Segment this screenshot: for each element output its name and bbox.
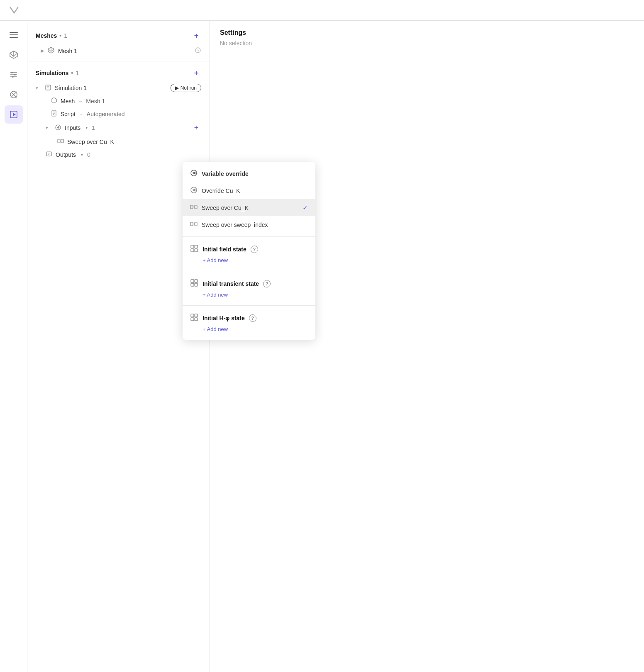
add-mesh-button[interactable]: + — [191, 31, 201, 41]
svg-rect-40 — [195, 249, 198, 252]
add-input-button[interactable]: + — [191, 123, 201, 133]
initial-field-add-new-label: + Add new — [202, 257, 228, 263]
sidebar-item-sliders[interactable] — [5, 66, 23, 84]
variable-override-icon — [190, 169, 198, 178]
simulations-label: Simulations — [36, 70, 68, 76]
dropdown-override-cuk[interactable]: Override Cu_K — [183, 182, 315, 199]
dropdown-sweep-cuk[interactable]: Sweep over Cu_K ✓ — [183, 199, 315, 216]
svg-rect-31 — [190, 205, 193, 209]
variable-override-label: Variable override — [202, 170, 249, 177]
sidebar-item-cube[interactable] — [5, 46, 23, 64]
inputs-label: Inputs — [65, 124, 80, 131]
simulation-status-label: ▶ Not run — [175, 85, 197, 91]
sim-mesh-icon — [51, 97, 57, 105]
dropdown-top-section: Variable override Override Cu_K Sweep ov… — [183, 162, 315, 236]
sim-mesh-arrow: → — [78, 99, 83, 104]
simulation-status-badge[interactable]: ▶ Not run — [171, 84, 201, 92]
dropdown-sweep-index[interactable]: Sweep over sweep_index — [183, 216, 315, 233]
sweep-index-icon — [190, 220, 198, 229]
initial-transient-help-icon[interactable]: ? — [263, 280, 271, 287]
settings-no-selection: No selection — [220, 40, 634, 46]
svg-rect-2 — [10, 37, 18, 38]
svg-rect-48 — [195, 318, 198, 321]
svg-rect-34 — [190, 222, 193, 226]
outputs-icon — [46, 151, 52, 158]
initial-hphi-add-new[interactable]: + Add new — [183, 324, 315, 336]
dropdown-variable-override[interactable]: Variable override — [183, 165, 315, 182]
mesh-icon — [47, 46, 55, 55]
initial-field-add-new[interactable]: + Add new — [183, 256, 315, 268]
top-bar — [0, 0, 644, 21]
sim-outputs-section[interactable]: Outputs • 0 — [27, 148, 210, 161]
initial-transient-add-new[interactable]: + Add new — [183, 290, 315, 302]
sim-script-icon — [51, 110, 57, 118]
simulation-item-1[interactable]: ▾ Simulation 1 ▶ Not run — [27, 81, 210, 95]
simulation-expand-icon: ▾ — [36, 85, 41, 91]
svg-point-6 — [11, 72, 13, 73]
inputs-count-dot: • — [85, 124, 88, 131]
sim-inputs-section[interactable]: ▾ Inputs • 1 + — [27, 120, 210, 135]
simulations-count: 1 — [76, 70, 79, 76]
mesh-item-1[interactable]: ▶ Mesh 1 — [27, 44, 210, 58]
svg-rect-0 — [10, 32, 18, 33]
sidebar-item-menu[interactable] — [5, 26, 23, 44]
initial-hphi-help-icon[interactable]: ? — [249, 314, 256, 322]
add-simulation-button[interactable]: + — [191, 68, 201, 78]
initial-transient-add-new-label: + Add new — [202, 292, 228, 298]
dropdown-menu: Variable override Override Cu_K Sweep ov… — [183, 162, 315, 340]
sidebar-item-play[interactable] — [5, 105, 23, 124]
svg-rect-41 — [191, 280, 194, 282]
simulations-count-dot: • — [71, 70, 73, 76]
app-logo[interactable] — [7, 3, 22, 18]
override-cuk-label: Override Cu_K — [202, 187, 240, 194]
sim-mesh-value: Mesh 1 — [86, 98, 105, 105]
settings-panel: Settings No selection — [210, 21, 644, 672]
inputs-expand-icon: ▾ — [46, 125, 51, 131]
svg-rect-46 — [195, 314, 198, 317]
meshes-count: 1 — [64, 32, 67, 39]
svg-rect-1 — [10, 34, 18, 35]
sim-mesh-item[interactable]: Mesh → Mesh 1 — [27, 95, 210, 107]
sweep-cuk-dropdown-icon — [190, 203, 198, 212]
svg-rect-38 — [195, 245, 198, 248]
sim-script-label: Script — [61, 111, 76, 117]
mesh-expand-icon: ▶ — [41, 48, 44, 54]
svg-rect-43 — [191, 283, 194, 286]
mesh-settings-icon[interactable] — [195, 47, 201, 55]
outputs-count-dot: • — [81, 151, 83, 158]
outputs-label: Outputs — [56, 151, 76, 158]
svg-rect-35 — [195, 222, 197, 226]
override-cuk-icon — [190, 186, 198, 195]
initial-field-help-icon[interactable]: ? — [251, 246, 258, 253]
svg-point-7 — [14, 74, 16, 75]
sweep-cuk-label: Sweep over Cu_K — [67, 139, 114, 145]
simulation-name: Simulation 1 — [55, 85, 87, 91]
simulations-section-header: Simulations • 1 + — [27, 65, 210, 81]
meshes-count-dot: • — [59, 32, 61, 39]
sim-script-arrow: → — [79, 112, 83, 117]
inputs-icon — [55, 124, 61, 132]
svg-rect-23 — [58, 139, 60, 143]
sweep-cuk-dropdown-label: Sweep over Cu_K — [202, 205, 249, 211]
svg-rect-32 — [195, 205, 197, 209]
svg-rect-15 — [46, 85, 51, 90]
sim-script-item[interactable]: Script → Autogenerated — [27, 107, 210, 120]
svg-rect-24 — [61, 139, 63, 143]
initial-field-label: Initial field state — [202, 246, 246, 253]
initial-transient-icon — [190, 279, 198, 288]
simulation-icon — [45, 84, 51, 92]
svg-rect-37 — [191, 245, 194, 248]
dropdown-initial-transient-section: Initial transient state ? + Add new — [183, 271, 315, 305]
inputs-count: 1 — [92, 124, 95, 131]
mesh-item-label: Mesh 1 — [58, 48, 77, 54]
sweep-cuk-item[interactable]: Sweep over Cu_K — [27, 135, 210, 148]
svg-rect-26 — [46, 152, 51, 156]
svg-marker-13 — [13, 113, 16, 116]
outputs-count: 0 — [87, 151, 90, 158]
sidebar-item-cross[interactable] — [5, 85, 23, 104]
meshes-section-header: Meshes • 1 + — [27, 27, 210, 44]
sweep-cuk-check-icon: ✓ — [302, 204, 308, 212]
svg-rect-42 — [195, 280, 198, 282]
sweep-index-label: Sweep over sweep_index — [202, 222, 268, 228]
initial-field-header: Initial field state ? — [183, 240, 315, 256]
